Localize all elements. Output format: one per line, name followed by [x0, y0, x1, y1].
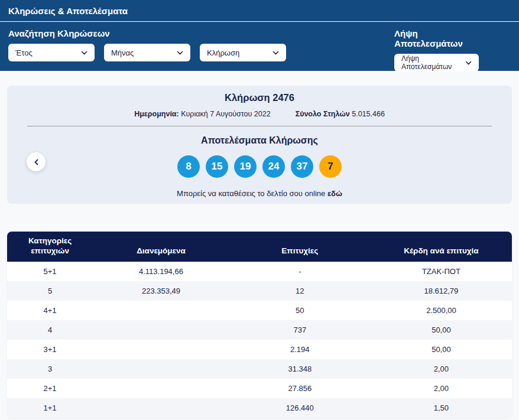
table-row: 3 31.348 2,00 — [7, 359, 512, 379]
table-row: 3+1 2.194 50,00 — [7, 340, 512, 359]
table-cell: 223.353,49 — [93, 281, 229, 301]
table-cell — [93, 340, 229, 359]
table-cell — [93, 359, 229, 379]
table-row: 2+1 27.856 2,00 — [7, 379, 512, 398]
chevron-down-icon — [81, 51, 87, 55]
table-cell: 3 — [7, 359, 93, 379]
col-distributed: Διανεμόμενα — [93, 232, 229, 262]
table-cell: 50,00 — [371, 340, 512, 359]
draw-dropdown-label: Κλήρωση — [207, 48, 239, 57]
table-cell: 2,00 — [371, 359, 512, 379]
number-ball: 24 — [262, 155, 285, 178]
online-link[interactable]: εδώ — [327, 189, 342, 198]
table-cell: - — [229, 262, 371, 281]
table-cell — [93, 398, 229, 418]
table-cell: 27.856 — [229, 379, 371, 398]
winning-numbers: 8 15 19 24 37 7 — [7, 155, 512, 178]
table-cell: 126.440 — [229, 398, 371, 418]
total-columns: Σύνολο Στηλών 5.015.466 — [296, 110, 385, 118]
results-heading: Αποτελέσματα Κλήρωσης — [7, 135, 512, 146]
draw-date-label: Ημερομηνία: — [134, 110, 179, 118]
online-text: Μπορείς να καταθέσεις το δελτίο σου onli… — [7, 189, 512, 198]
col-winners: Επιτυχίες — [229, 232, 371, 262]
total-columns-label: Σύνολο Στηλών — [296, 110, 350, 118]
table-cell: 2+1 — [7, 379, 93, 398]
draw-card: Κλήρωση 2476 Ημερομηνία: Κυριακή 7 Αυγού… — [7, 86, 512, 204]
total-columns-value: 5.015.466 — [352, 110, 385, 118]
table-cell: 18.612,79 — [371, 281, 512, 301]
draw-dropdown[interactable]: Κλήρωση — [200, 44, 286, 61]
month-dropdown[interactable]: Μήνας — [104, 44, 190, 61]
online-text-body: Μπορείς να καταθέσεις το δελτίο σου onli… — [177, 189, 325, 198]
table-cell: 50 — [229, 301, 371, 320]
table-cell: 5 — [7, 281, 93, 301]
number-ball: 19 — [234, 155, 257, 178]
table-cell: 2.194 — [229, 340, 371, 359]
chevron-down-icon — [273, 51, 279, 55]
draw-meta: Ημερομηνία: Κυριακή 7 Αυγούστου 2022 Σύν… — [7, 110, 512, 118]
chevron-down-icon — [465, 61, 472, 65]
col-categories: Κατηγορίες επιτυχιών — [7, 232, 93, 262]
table-header-row: Κατηγορίες επιτυχιών Διανεμόμενα Επιτυχί… — [7, 232, 512, 262]
table-cell: 737 — [229, 320, 371, 340]
table-row: 1+1 126.440 1,50 — [7, 398, 512, 418]
month-dropdown-label: Μήνας — [111, 48, 134, 57]
table-row: 4 737 50,00 — [7, 320, 512, 340]
page-title: Κληρώσεις & Αποτελέσματα — [8, 0, 511, 21]
table-cell — [93, 301, 229, 320]
table-cell — [93, 320, 229, 340]
download-dropdown[interactable]: Λήψη Αποτελεσμάτων — [394, 54, 479, 71]
table-cell: 3+1 — [7, 340, 93, 359]
download-group: Λήψη Αποτελεσμάτων Λήψη Αποτελεσμάτων — [394, 22, 479, 71]
year-dropdown[interactable]: Έτος — [8, 44, 95, 61]
table-cell: 2.500,00 — [371, 301, 512, 320]
download-heading: Λήψη Αποτελεσμάτων — [394, 28, 479, 48]
table-cell: 2,00 — [371, 379, 512, 398]
search-dropdowns: Έτος Μήνας Κλήρωση — [8, 44, 286, 61]
number-ball: 15 — [206, 155, 228, 178]
table-row: 5+1 4.113.194,66 - ΤΖΑΚ-ΠΟΤ — [7, 262, 512, 281]
download-dropdown-label: Λήψη Αποτελεσμάτων — [401, 54, 465, 71]
number-ball: 8 — [177, 155, 200, 178]
table-cell: 1,50 — [371, 398, 512, 418]
draw-date-value: Κυριακή 7 Αυγούστου 2022 — [181, 110, 270, 118]
chevron-down-icon — [177, 51, 183, 55]
card-divider — [27, 126, 492, 126]
results-table: Κατηγορίες επιτυχιών Διανεμόμενα Επιτυχί… — [7, 232, 512, 418]
page-header: Κληρώσεις & Αποτελέσματα Αναζήτηση Κληρώ… — [0, 0, 519, 71]
search-heading: Αναζήτηση Κληρώσεων — [8, 28, 286, 38]
prev-draw-button[interactable] — [27, 152, 46, 171]
table-cell: 5+1 — [7, 262, 93, 281]
table-cell: 4+1 — [7, 301, 93, 320]
search-section: Αναζήτηση Κληρώσεων Έτος Μήνας Κλήρωση — [8, 22, 511, 71]
chevron-left-icon — [34, 159, 38, 165]
table-cell: ΤΖΑΚ-ΠΟΤ — [371, 262, 512, 281]
table-row: 5 223.353,49 12 18.612,79 — [7, 281, 512, 301]
table-cell: 4.113.194,66 — [93, 262, 229, 281]
draw-title: Κλήρωση 2476 — [7, 92, 512, 103]
table-cell: 12 — [229, 281, 371, 301]
draw-date: Ημερομηνία: Κυριακή 7 Αυγούστου 2022 — [134, 110, 270, 118]
table-cell: 31.348 — [229, 359, 371, 379]
table-cell: 1+1 — [7, 398, 93, 418]
table-cell: 50,00 — [371, 320, 512, 340]
year-dropdown-label: Έτος — [15, 48, 33, 57]
search-group: Αναζήτηση Κληρώσεων Έτος Μήνας Κλήρωση — [8, 22, 286, 61]
joker-ball: 7 — [319, 155, 342, 178]
table-cell — [93, 379, 229, 398]
number-ball: 37 — [291, 155, 313, 178]
table-cell: 4 — [7, 320, 93, 340]
col-winnings: Κέρδη ανά επιτυχία — [371, 232, 512, 262]
table-row: 4+1 50 2.500,00 — [7, 301, 512, 320]
